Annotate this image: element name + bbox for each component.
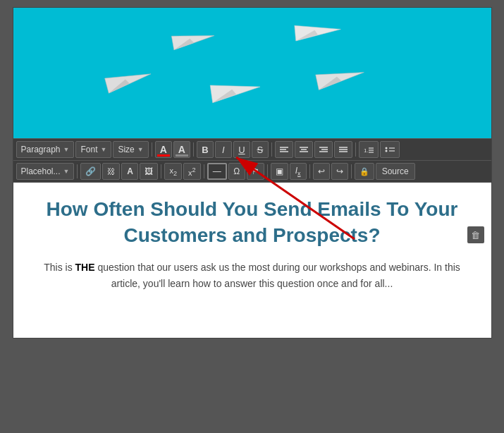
link-button[interactable]: 🔗 <box>80 163 101 180</box>
sep9 <box>309 164 310 178</box>
toolbar: Paragraph ▼ Font ▼ Size ▼ A A B I U S <box>13 138 491 183</box>
sep7 <box>204 164 204 178</box>
undo-button[interactable]: ↩ <box>313 163 330 180</box>
align-justify-button[interactable] <box>334 141 352 158</box>
italic-button[interactable]: I <box>215 141 232 158</box>
unlink-button[interactable]: ⛓ <box>102 163 120 180</box>
unordered-list-icon <box>385 146 395 154</box>
content-body: This is THE question that our users ask … <box>35 260 470 291</box>
lock-icon: 🔒 <box>359 167 369 176</box>
ordered-list-button[interactable]: 1. <box>359 141 379 158</box>
svg-point-26 <box>385 147 387 149</box>
align-right-icon <box>319 146 328 153</box>
source-button[interactable]: Source <box>376 163 415 180</box>
paragraph-label: Paragraph <box>21 145 61 154</box>
font-dropdown[interactable]: Font ▼ <box>75 141 111 158</box>
superscript-button[interactable]: x2 <box>183 163 201 180</box>
sep2 <box>193 142 194 157</box>
strikethrough-button[interactable]: S <box>252 141 269 158</box>
font-bgcolor-button[interactable]: A <box>173 141 190 158</box>
placeholder-label: Placehol... <box>21 166 61 176</box>
font-color-button[interactable]: A <box>155 141 172 158</box>
sep10 <box>351 164 352 178</box>
size-label: Size <box>118 145 134 154</box>
redo-icon: ↪ <box>336 166 343 176</box>
lock-button[interactable]: 🔒 <box>355 163 374 180</box>
font-bgcolor-label: A <box>178 144 185 155</box>
size-arrow: ▼ <box>137 146 144 153</box>
sep5 <box>77 164 78 178</box>
content-title: How Often Should You Send Emails To Your… <box>35 197 470 248</box>
sep3 <box>271 142 272 157</box>
font-arrow: ▼ <box>100 146 106 153</box>
align-center-icon <box>300 146 308 153</box>
align-left-button[interactable] <box>275 141 293 158</box>
align-justify-icon <box>339 146 348 153</box>
paragraph-dropdown[interactable]: Paragraph ▼ <box>16 141 75 158</box>
font-color-label: A <box>160 144 167 155</box>
svg-marker-0 <box>171 29 215 50</box>
highlight-the: THE <box>75 262 95 273</box>
format-clear-button[interactable]: Ix <box>290 163 307 180</box>
hr-icon: — <box>213 166 221 176</box>
block-button[interactable]: ▣ <box>271 163 288 180</box>
header-image-area <box>13 8 491 138</box>
text-color-row2-button[interactable]: A <box>121 163 138 180</box>
flag-icon: ⚑ <box>252 166 259 176</box>
svg-marker-8 <box>315 65 365 90</box>
align-right-button[interactable] <box>314 141 333 158</box>
link-icon: 🔗 <box>85 166 96 176</box>
sep6 <box>161 164 161 178</box>
align-left-icon <box>280 146 288 153</box>
omega-icon: Ω <box>233 166 240 176</box>
placeholder-arrow: ▼ <box>63 168 70 175</box>
sep1 <box>152 142 152 157</box>
undo-icon: ↩ <box>318 166 325 176</box>
paper-planes-image <box>13 8 491 138</box>
block-icon: ▣ <box>276 166 283 176</box>
unordered-list-button[interactable] <box>380 141 400 158</box>
svg-text:1.: 1. <box>364 147 369 154</box>
hr-button[interactable]: — <box>207 163 227 180</box>
paragraph-arrow: ▼ <box>63 146 70 153</box>
sep8 <box>267 164 268 178</box>
svg-marker-4 <box>104 66 152 93</box>
subscript-button[interactable]: x2 <box>164 163 182 180</box>
svg-marker-6 <box>210 78 262 102</box>
bold-button[interactable]: B <box>197 141 214 158</box>
source-label: Source <box>382 166 409 176</box>
svg-point-27 <box>385 150 387 152</box>
toolbar-row-2: Placehol... ▼ 🔗 ⛓ A 🖼 x2 x2 <box>13 161 491 183</box>
size-dropdown[interactable]: Size ▼ <box>113 141 148 158</box>
superscript-icon: x2 <box>188 166 196 177</box>
delete-icon-content[interactable]: 🗑 <box>467 226 484 243</box>
subscript-icon: x2 <box>169 166 177 177</box>
underline-button[interactable]: U <box>233 141 250 158</box>
ordered-list-icon: 1. <box>364 146 374 154</box>
image-icon: 🖼 <box>145 166 153 176</box>
flag-button[interactable]: ⚑ <box>247 163 264 180</box>
toolbar-row-1: Paragraph ▼ Font ▼ Size ▼ A A B I U S <box>13 139 491 161</box>
image-button[interactable]: 🖼 <box>140 163 158 180</box>
special-char-button[interactable]: Ω <box>228 163 245 180</box>
align-center-button[interactable] <box>295 141 313 158</box>
font-label: Font <box>80 145 97 154</box>
format-clear-icon: Ix <box>295 166 301 177</box>
unlink-icon: ⛓ <box>107 167 115 176</box>
redo-button[interactable]: ↪ <box>331 163 348 180</box>
text-color-row2-icon: A <box>127 166 133 176</box>
content-area: How Often Should You Send Emails To Your… <box>13 183 491 338</box>
editor-wrapper: 🗑 <box>13 7 492 339</box>
placeholder-dropdown[interactable]: Placehol... ▼ <box>16 163 75 180</box>
sep4 <box>355 142 356 157</box>
